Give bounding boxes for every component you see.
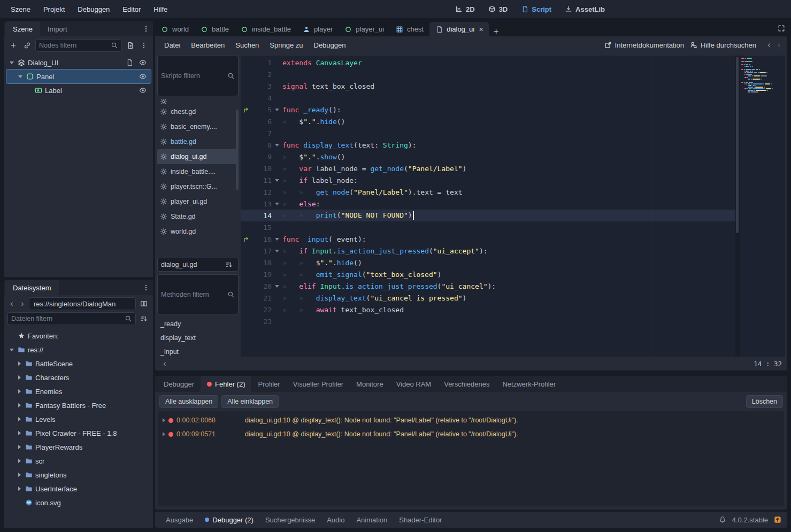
code-line-2[interactable]: 2 (241, 68, 735, 80)
fs-item-UserInterface[interactable]: UserInterface (6, 482, 151, 496)
attach-script-button[interactable] (124, 40, 136, 51)
menu-Projekt[interactable]: Projekt (38, 3, 70, 16)
code-minimap[interactable] (739, 56, 785, 357)
method-filter-input[interactable] (161, 291, 227, 298)
online-docs-link[interactable]: Internetdokumentation (604, 41, 684, 49)
notification-bell-icon[interactable] (718, 515, 727, 524)
code-line-7[interactable]: 7 (241, 127, 735, 139)
code-back-button[interactable]: ‹ (160, 359, 169, 368)
bottom-tab-Verschiedenes[interactable]: Verschiedenes (437, 376, 496, 392)
version-label[interactable]: 4.0.2.stable (732, 516, 768, 524)
visibility-toggle[interactable] (137, 57, 149, 68)
mode-3d-button[interactable]: 3D (483, 3, 512, 16)
code-line-5[interactable]: 5 func _ready(): (241, 104, 735, 115)
editor-menu-Bearbeiten[interactable]: Bearbeiten (186, 39, 229, 51)
fold-gutter[interactable] (272, 238, 282, 241)
error-row[interactable]: 0:00:02:0068 dialog_ui.gd:10 @ display_t… (159, 413, 783, 427)
code-line-16[interactable]: 16 func _input(_event): (241, 233, 735, 245)
line-number[interactable]: 9 (252, 153, 272, 161)
tab-import[interactable]: Import (40, 21, 75, 36)
expand-arrow-icon[interactable] (16, 459, 22, 463)
script-item-battle-gd[interactable]: battle.gd (157, 134, 239, 149)
bottom-tab-Visueller-Profiler[interactable]: Visueller Profiler (287, 376, 350, 392)
expand-arrow-icon[interactable] (16, 361, 22, 366)
scene-node-Dialog_UI[interactable]: Dialog_UI (6, 56, 151, 70)
code-line-22[interactable]: 22 » » await text_box_closed (241, 304, 735, 315)
visibility-toggle[interactable] (137, 71, 149, 82)
add-node-button[interactable]: + (7, 40, 19, 51)
collapse-arrow-icon[interactable] (9, 349, 15, 351)
editor-menu-Springe zu[interactable]: Springe zu (265, 39, 308, 51)
line-number[interactable]: 17 (252, 247, 272, 255)
line-number[interactable]: 2 (252, 71, 272, 79)
scene-node-Panel[interactable]: Panel (6, 70, 151, 83)
fold-gutter[interactable] (272, 285, 282, 288)
method-sort-button[interactable] (223, 259, 235, 271)
menu-Szene[interactable]: Szene (5, 3, 36, 16)
menu-Hilfe[interactable]: Hilfe (148, 3, 173, 16)
distraction-free-button[interactable] (775, 22, 787, 34)
script-item-world-gd[interactable]: world.gd (157, 224, 239, 239)
code-line-12[interactable]: 12 » » get_node("Panel/Label").text = te… (241, 186, 735, 198)
fs-item-Pixel-Crawler---FREE---1-8[interactable]: Pixel Crawler - FREE - 1.8 (6, 426, 151, 440)
collapse-arrow-icon[interactable] (17, 75, 24, 78)
editor-menu-Datei[interactable]: Datei (159, 39, 185, 51)
scene-tab-battle[interactable]: battle (195, 22, 234, 36)
expand-arrow-icon[interactable] (16, 487, 22, 491)
code-line-4[interactable]: 4 (241, 92, 735, 104)
fs-item-BattleScene[interactable]: BattleScene (6, 357, 151, 371)
line-number[interactable]: 22 (252, 306, 272, 314)
editor-menu-Debuggen[interactable]: Debuggen (309, 39, 351, 51)
bottom-tab-Video-RAM[interactable]: Video RAM (390, 376, 438, 392)
code-line-21[interactable]: 21 » » display_text("ui_cancel is presse… (241, 292, 735, 304)
collapse-arrow-icon[interactable] (9, 61, 15, 64)
method-_input[interactable]: _input (157, 345, 239, 357)
expand-arrow-icon[interactable] (16, 403, 22, 407)
expand-arrow-icon[interactable] (16, 417, 22, 421)
line-number[interactable]: 14 (252, 212, 272, 220)
clear-errors-button[interactable]: Löschen (746, 395, 783, 408)
tab-szene[interactable]: Szene (5, 21, 40, 36)
line-number[interactable]: 20 (252, 282, 272, 290)
scene-tab-player_ui[interactable]: player_ui (339, 22, 389, 36)
code-line-23[interactable]: 23 (241, 315, 735, 327)
script-list-item-partial[interactable] (157, 99, 239, 104)
fs-item-Fantasy-Battlers---Free[interactable]: Fantasy Battlers - Free (6, 398, 151, 412)
file-filter-input[interactable] (11, 315, 125, 322)
split-view-button[interactable] (138, 298, 150, 310)
bottom-tab-Fehler--2-[interactable]: Fehler (2) (201, 376, 251, 392)
history-forward-button[interactable]: › (18, 299, 27, 309)
line-number[interactable]: 3 (252, 82, 272, 90)
line-number[interactable]: 15 (252, 223, 272, 232)
fs-item-PlayerRewards[interactable]: PlayerRewards (6, 440, 151, 454)
code-line-6[interactable]: 6 » $".".hide() (241, 115, 735, 127)
method-_ready[interactable]: _ready (157, 317, 239, 331)
script-list-scrollbar[interactable] (236, 110, 239, 190)
script-item-inside-battle----[interactable]: inside_battle.... (157, 164, 239, 179)
script-item-player-tscn--G---[interactable]: player.tscn::G... (157, 179, 239, 194)
code-line-13[interactable]: 13 » else: (241, 198, 735, 210)
history-back-button[interactable]: ‹ (7, 299, 16, 309)
scene-menu-button[interactable] (138, 40, 150, 51)
menu-Debuggen[interactable]: Debuggen (72, 3, 115, 16)
bottom-tab-Debugger[interactable]: Debugger (157, 376, 201, 392)
mode-script-button[interactable]: Script (516, 3, 556, 16)
error-row[interactable]: 0:00:09:0571 dialog_ui.gd:10 @ display_t… (159, 427, 783, 441)
code-line-20[interactable]: 20 » elif Input.is_action_just_pressed("… (241, 280, 735, 292)
code-line-14[interactable]: 14 » » print("NODE NOT FOUND") (241, 210, 735, 221)
scene-tab-world[interactable]: world (155, 22, 194, 36)
tab-filesystem[interactable]: Dateisystem (5, 280, 59, 295)
fs-item-Characters[interactable]: Characters (6, 371, 151, 384)
line-number[interactable]: 11 (252, 176, 272, 184)
expand-arrow-icon[interactable] (16, 375, 22, 380)
script-item-chest-gd[interactable]: chest.gd (157, 104, 239, 119)
breadcrumb[interactable]: res://singletons/DialogMan (29, 297, 136, 310)
statusbar-Ausgabe[interactable]: Ausgabe (160, 514, 198, 526)
mode-2d-button[interactable]: 2D (450, 3, 479, 16)
code-line-18[interactable]: 18 » » $".".hide() (241, 257, 735, 268)
collapse-all-button[interactable]: Alle einklappen (221, 395, 279, 408)
expand-arrow-icon[interactable] (16, 431, 22, 435)
fold-gutter[interactable] (272, 203, 282, 205)
line-number[interactable]: 6 (252, 118, 272, 126)
fs-item-scr[interactable]: scr (6, 454, 151, 468)
